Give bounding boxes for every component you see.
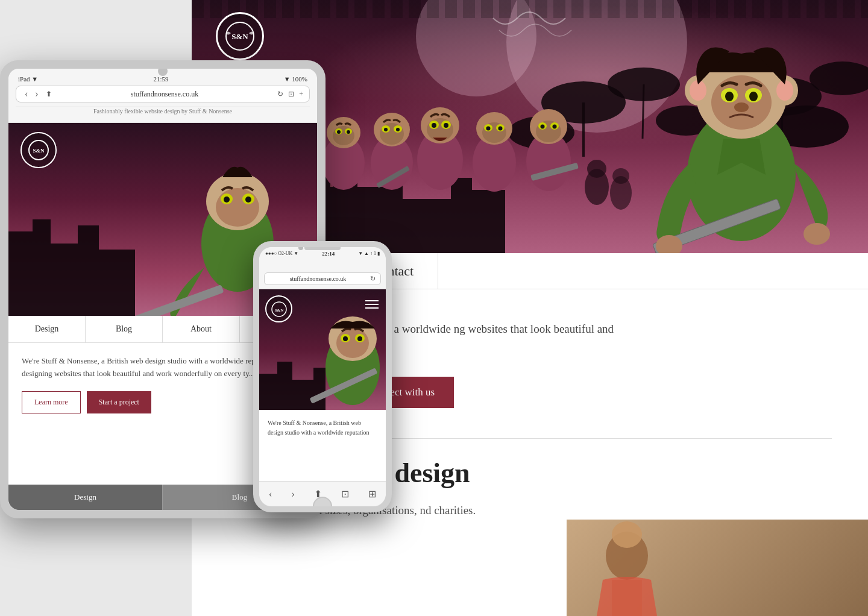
svg-line-20 xyxy=(643,84,644,139)
phone-carrier: ●●●○ O2-UK ▼ xyxy=(265,251,298,257)
svg-point-57 xyxy=(396,128,400,131)
tablet-nav-about[interactable]: About xyxy=(163,316,240,342)
svg-text:S&N: S&N xyxy=(274,308,283,313)
tablet-nav-blog[interactable]: Blog xyxy=(86,316,163,342)
desktop-bottom-image xyxy=(567,520,868,616)
tablet-logo[interactable]: S&N xyxy=(20,132,57,168)
tablet-learn-more-button[interactable]: Learn more xyxy=(22,391,81,413)
svg-point-118 xyxy=(357,336,362,341)
tablet-start-project-button[interactable]: Start a project xyxy=(87,391,151,413)
phone-hamburger-menu[interactable] xyxy=(365,300,379,309)
phone-status-bar: ●●●○ O2-UK ▼ 22:14 ▼ ▲ ↑ 1 ▮ xyxy=(264,251,381,257)
tablet-status-time: 21:59 xyxy=(153,75,168,83)
phone-url-bar[interactable]: stuffandnonsense.co.uk ↻ xyxy=(264,272,381,285)
svg-rect-110 xyxy=(292,380,313,410)
svg-rect-92 xyxy=(8,231,33,316)
phone-tabs-icon[interactable]: ⊞ xyxy=(368,488,376,500)
tablet-browser-chrome: iPad ▼ 21:59 ▼ 100% ‹ › ⬆ stuffandnonsen… xyxy=(8,69,317,123)
phone-forward-icon[interactable]: › xyxy=(291,489,294,500)
svg-rect-95 xyxy=(78,225,99,316)
phone-hero: S&N xyxy=(259,289,386,410)
svg-point-80 xyxy=(553,125,557,129)
hamburger-line-1 xyxy=(365,300,379,301)
svg-point-72 xyxy=(486,127,491,131)
tablet-forward-button[interactable]: › xyxy=(35,89,38,99)
tablet-camera xyxy=(158,66,168,76)
tablet-page-title: Fashionably flexible website design by S… xyxy=(16,106,310,116)
svg-text:S&N: S&N xyxy=(231,32,248,41)
main-monkey-illustration xyxy=(645,6,838,253)
desktop-logo[interactable]: S&N xyxy=(216,12,264,60)
tablet-nav-design[interactable]: Design xyxy=(8,316,86,342)
svg-point-85 xyxy=(612,168,629,184)
tablet-status-right: ▼ 100% xyxy=(284,75,307,83)
phone-bookmarks-icon[interactable]: ⊡ xyxy=(341,488,349,500)
svg-point-89 xyxy=(612,521,642,548)
background-monkeys xyxy=(307,42,639,253)
svg-point-64 xyxy=(432,123,436,128)
phone-browser-chrome: ●●●○ O2-UK ▼ 22:14 ▼ ▲ ↑ 1 ▮ stuffandnon… xyxy=(259,247,386,289)
tablet-refresh-icon[interactable]: ↻ xyxy=(277,90,283,99)
svg-point-46 xyxy=(333,126,354,145)
svg-rect-96 xyxy=(99,250,135,316)
phone-refresh-icon[interactable]: ↻ xyxy=(370,275,376,283)
svg-point-102 xyxy=(224,196,230,203)
svg-point-99 xyxy=(216,188,259,227)
svg-point-50 xyxy=(347,130,350,134)
phone-back-icon[interactable]: ‹ xyxy=(269,489,272,500)
svg-text:S&N: S&N xyxy=(33,148,45,154)
svg-point-39 xyxy=(734,102,749,112)
svg-point-79 xyxy=(541,125,545,129)
svg-point-38 xyxy=(749,92,758,101)
tablet-status-bar: iPad ▼ 21:59 ▼ 100% xyxy=(16,75,310,83)
tablet-back-button[interactable]: ‹ xyxy=(25,89,28,99)
tablet-reader-icon[interactable]: ⊡ xyxy=(288,90,294,99)
phone-logo[interactable]: S&N xyxy=(265,295,292,322)
phone-content: We're Stuff & Nonsense, a British web de… xyxy=(259,410,386,453)
svg-point-65 xyxy=(444,123,448,128)
phone-screen: ●●●○ O2-UK ▼ 22:14 ▼ ▲ ↑ 1 ▮ stuffandnon… xyxy=(259,247,386,506)
phone-device: ●●●○ O2-UK ▼ 22:14 ▼ ▲ ↑ 1 ▮ stuffandnon… xyxy=(253,241,392,512)
phone-camera xyxy=(298,245,303,250)
svg-point-49 xyxy=(337,130,341,134)
tablet-url-text: stuffandnonsense.co.uk xyxy=(57,90,273,99)
phone-speaker xyxy=(304,245,341,250)
svg-point-73 xyxy=(498,127,503,131)
phone-home-button[interactable] xyxy=(313,497,332,512)
svg-rect-93 xyxy=(33,219,51,316)
svg-rect-108 xyxy=(259,374,277,410)
tablet-nav-arrows: ‹ › xyxy=(22,89,41,99)
phone-url-text: stuffandnonsense.co.uk xyxy=(269,275,366,282)
tablet-bottom-tab-design[interactable]: Design xyxy=(8,485,163,510)
phone-intro-text: We're Stuff & Nonsense, a British web de… xyxy=(268,418,377,437)
svg-point-56 xyxy=(384,128,388,131)
tablet-url-bar[interactable]: ‹ › ⬆ stuffandnonsense.co.uk ↻ ⊡ + xyxy=(16,86,310,102)
svg-point-117 xyxy=(343,336,348,341)
svg-rect-109 xyxy=(277,362,292,410)
tablet-status-left: iPad ▼ xyxy=(18,75,38,83)
phone-battery: ▼ ▲ ↑ 1 ▮ xyxy=(358,251,380,257)
tablet-tabs-icon[interactable]: + xyxy=(299,90,303,99)
svg-point-37 xyxy=(725,92,734,101)
svg-point-83 xyxy=(587,160,606,178)
svg-point-103 xyxy=(245,196,251,203)
tablet-share-icon[interactable]: ⬆ xyxy=(46,90,52,99)
phone-time: 22:14 xyxy=(322,251,335,257)
hamburger-line-3 xyxy=(365,307,379,309)
svg-point-114 xyxy=(336,328,369,358)
hamburger-line-2 xyxy=(365,304,379,305)
svg-point-43 xyxy=(804,223,830,245)
svg-rect-111 xyxy=(313,368,326,410)
svg-rect-94 xyxy=(51,244,78,316)
